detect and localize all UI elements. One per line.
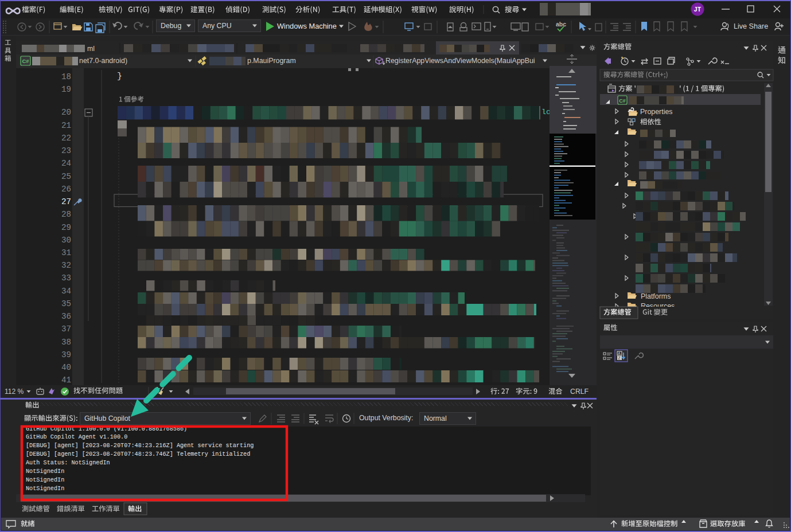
svg-text:Z: Z xyxy=(618,356,621,360)
svg-text:C#: C# xyxy=(619,98,626,104)
svg-text:A: A xyxy=(618,351,621,355)
svg-text:JT: JT xyxy=(694,6,702,13)
svg-text:C#: C# xyxy=(22,58,29,64)
